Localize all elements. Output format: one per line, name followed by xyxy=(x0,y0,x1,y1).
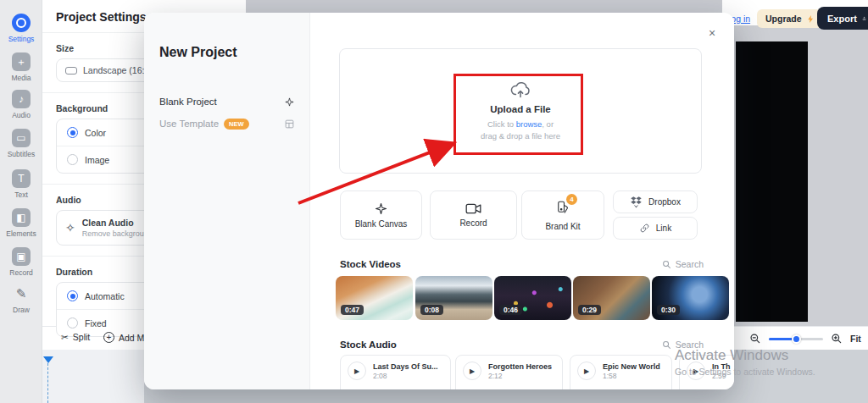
nav-label: Blank Project xyxy=(159,97,217,107)
sidebar-item-media[interactable]: ＋ Media xyxy=(0,52,42,82)
track-duration: 1:58 xyxy=(603,372,660,380)
sidebar-item-subtitles[interactable]: ▭ Subtitles xyxy=(0,129,42,158)
sidebar-item-record[interactable]: ▣ Record xyxy=(0,247,42,277)
cloud-upload-icon xyxy=(509,80,531,99)
upgrade-label: Upgrade xyxy=(765,14,802,24)
export-label: Export xyxy=(827,14,857,24)
upgrade-button[interactable]: Upgrade xyxy=(757,9,824,28)
settings-icon xyxy=(12,14,31,32)
fit-button[interactable]: Fit xyxy=(850,334,861,344)
stock-video-thumbnail[interactable]: 0:29 xyxy=(573,276,650,320)
fixed-option-label: Fixed xyxy=(85,318,107,328)
export-button[interactable]: Export xyxy=(817,7,868,30)
app-window: log in Upgrade Export Settings ＋ Media ♪… xyxy=(0,0,868,403)
sidebar-item-settings[interactable]: Settings xyxy=(0,14,42,43)
export-upload-icon xyxy=(862,14,866,24)
record-label: Record xyxy=(459,218,487,228)
sidebar-item-audio[interactable]: ♪ Audio xyxy=(0,90,42,119)
link-button[interactable]: Link xyxy=(613,217,698,240)
sidebar-item-label: Elements xyxy=(0,229,42,238)
automatic-option-label: Automatic xyxy=(85,291,125,301)
brand-kit-card[interactable]: 4 Brand Kit xyxy=(521,190,604,240)
stock-audio-label: Stock Audio xyxy=(340,340,397,350)
blank-canvas-card[interactable]: Blank Canvas xyxy=(340,190,422,240)
stock-video-thumbnail[interactable]: 0:47 xyxy=(336,276,413,320)
sidebar-item-label: Text xyxy=(0,190,42,199)
activate-windows-watermark: Activate Windows xyxy=(675,347,788,364)
stock-videos-search[interactable]: Search xyxy=(662,259,704,269)
track-title: Forgotten Heroes xyxy=(488,362,552,371)
sidebar-item-label: Record xyxy=(0,268,42,277)
nav-blank-project[interactable]: Blank Project xyxy=(144,91,310,113)
template-icon xyxy=(284,119,295,130)
duration-badge: 0:08 xyxy=(420,305,443,315)
upload-title: Upload a File xyxy=(490,104,551,114)
search-label: Search xyxy=(676,259,704,269)
duration-badge: 0:47 xyxy=(341,305,364,315)
duration-badge: 0:46 xyxy=(499,305,522,315)
dropbox-icon xyxy=(630,196,643,208)
audio-waveform xyxy=(459,388,563,389)
link-label: Link xyxy=(656,224,671,233)
sidebar-item-label: Media xyxy=(0,74,42,82)
elements-icon: ◧ xyxy=(12,208,31,227)
sidebar-item-label: Subtitles xyxy=(0,150,42,158)
record-card[interactable]: Record xyxy=(430,190,517,240)
stock-video-thumbnail[interactable]: 0:08 xyxy=(415,276,492,320)
media-icon: ＋ xyxy=(12,52,31,71)
zoom-in-icon[interactable] xyxy=(831,333,843,345)
link-icon xyxy=(639,223,650,234)
track-title: Last Days Of Su... xyxy=(373,362,438,371)
audio-waveform xyxy=(344,388,450,389)
modal-title: New Project xyxy=(159,45,237,60)
video-preview[interactable] xyxy=(736,41,808,322)
draw-icon: ✎ xyxy=(12,284,31,303)
stock-video-thumbnail[interactable]: 0:46 xyxy=(494,276,571,320)
stock-videos-label: Stock Videos xyxy=(340,259,401,269)
blank-canvas-label: Blank Canvas xyxy=(355,219,408,229)
upload-text: drag & drop a file here xyxy=(481,131,560,141)
sidebar-item-label: Draw xyxy=(0,306,42,314)
zoom-slider-thumb[interactable] xyxy=(792,334,801,344)
lightning-icon xyxy=(806,14,815,25)
play-icon[interactable]: ▶ xyxy=(577,362,596,380)
stock-audio-card[interactable]: ▶ Epic New World 1:58 xyxy=(570,355,672,389)
text-icon: T xyxy=(12,169,31,188)
landscape-icon xyxy=(65,67,77,75)
activate-windows-subtext: Go to Settings to activate Windows. xyxy=(675,367,815,377)
nav-label: Use Template xyxy=(159,119,219,129)
play-icon[interactable]: ▶ xyxy=(348,362,366,380)
close-icon[interactable]: × xyxy=(704,25,721,41)
search-icon xyxy=(662,340,671,350)
split-button[interactable]: ✂ Split xyxy=(61,332,90,342)
sidebar-item-label: Settings xyxy=(0,35,42,43)
zoom-controls: Fit xyxy=(749,333,861,345)
dropbox-button[interactable]: Dropbox xyxy=(613,190,698,213)
playhead-handle[interactable] xyxy=(43,356,53,363)
sidebar-item-draw[interactable]: ✎ Draw xyxy=(0,284,42,314)
sidebar-item-elements[interactable]: ◧ Elements xyxy=(0,208,42,238)
plus-circle-icon: + xyxy=(103,332,114,343)
browse-link[interactable]: browse xyxy=(516,119,542,129)
new-project-modal: New Project Blank Project Use Template N… xyxy=(144,13,734,389)
sidebar-item-text[interactable]: T Text xyxy=(0,169,42,199)
duration-badge: 0:29 xyxy=(578,305,601,315)
sidebar-item-label: Audio xyxy=(0,111,42,119)
zoom-slider[interactable] xyxy=(769,338,823,340)
dropbox-label: Dropbox xyxy=(648,197,681,207)
stock-audio-card[interactable]: ▶ Forgotten Heroes 2:12 xyxy=(455,355,563,389)
duration-badge: 0:30 xyxy=(657,305,680,315)
subtitles-icon: ▭ xyxy=(12,129,31,147)
search-icon xyxy=(662,260,671,269)
modal-nav-panel: New Project Blank Project Use Template N… xyxy=(144,13,310,389)
stock-video-thumbnail[interactable]: 0:30 xyxy=(652,276,729,320)
stock-audio-card[interactable]: ▶ Last Days Of Su... 2:08 xyxy=(340,355,451,389)
record-icon: ▣ xyxy=(12,247,31,266)
upload-dropzone[interactable]: Upload a File Click to browse, or drag &… xyxy=(339,48,702,174)
nav-use-template[interactable]: Use Template NEW xyxy=(144,113,310,135)
scissors-icon: ✂ xyxy=(61,332,69,342)
track-title: Epic New World xyxy=(603,362,660,371)
zoom-out-icon[interactable] xyxy=(749,333,761,345)
upload-text: , or xyxy=(542,119,554,129)
play-icon[interactable]: ▶ xyxy=(463,362,481,380)
